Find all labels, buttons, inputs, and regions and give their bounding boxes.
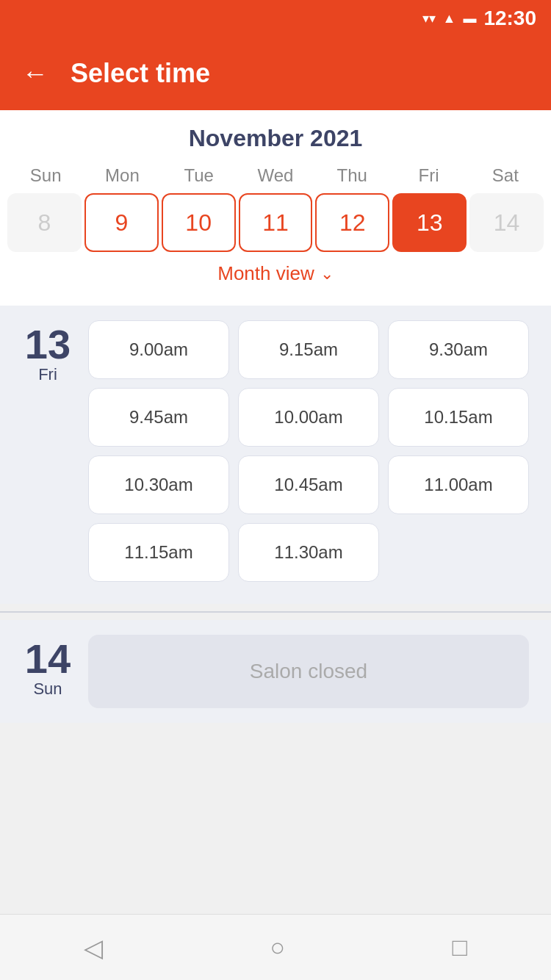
signal-icon: ▲	[443, 11, 456, 26]
salon-closed-block: 14 Sun Salon closed	[0, 620, 551, 723]
status-bar: ▾▾ ▲ ▬ 12:30	[0, 0, 551, 37]
day-headers-row: Sun Mon Tue Wed Thu Fri Sat	[0, 165, 551, 186]
day-name-14: Sun	[22, 680, 73, 699]
battery-icon: ▬	[463, 11, 476, 26]
day-header-thu: Thu	[314, 165, 390, 186]
date-cell-14[interactable]: 14	[469, 193, 544, 252]
wifi-icon: ▾▾	[422, 10, 436, 26]
time-slot-1030[interactable]: 10.30am	[88, 455, 229, 514]
nav-home-icon[interactable]: ○	[270, 933, 285, 962]
month-view-toggle[interactable]: Month view ⌄	[0, 252, 551, 298]
date-cell-11[interactable]: 11	[239, 193, 313, 252]
bottom-nav: ◁ ○ □	[0, 914, 551, 980]
nav-back-icon[interactable]: ◁	[84, 933, 103, 962]
page-title: Select time	[71, 58, 210, 89]
day-block-13: 13 Fri 9.00am 9.15am 9.30am 9.45am 10.00…	[22, 320, 529, 582]
day-number-14: 14	[22, 638, 73, 680]
time-slot-1130[interactable]: 11.30am	[238, 523, 379, 582]
day-header-fri: Fri	[390, 165, 467, 186]
time-slot-1015[interactable]: 10.15am	[388, 388, 529, 447]
day-header-sun: Sun	[7, 165, 84, 186]
time-slot-1100[interactable]: 11.00am	[388, 455, 529, 514]
day-header-wed: Wed	[237, 165, 314, 186]
date-cell-12[interactable]: 12	[315, 193, 389, 252]
calendar-section: November 2021 Sun Mon Tue Wed Thu Fri Sa…	[0, 110, 551, 306]
day-label-14: 14 Sun	[22, 635, 73, 699]
time-slot-915[interactable]: 9.15am	[238, 320, 379, 379]
time-slot-930[interactable]: 9.30am	[388, 320, 529, 379]
day-label-13: 13 Fri	[22, 320, 73, 384]
salon-closed-message: Salon closed	[88, 635, 529, 708]
time-slot-1000[interactable]: 10.00am	[238, 388, 379, 447]
date-cell-13[interactable]: 13	[392, 193, 467, 252]
timeslots-section: 13 Fri 9.00am 9.15am 9.30am 9.45am 10.00…	[0, 306, 551, 604]
date-cell-10[interactable]: 10	[162, 193, 236, 252]
time-slot-1045[interactable]: 10.45am	[238, 455, 379, 514]
day-header-mon: Mon	[84, 165, 160, 186]
day-header-tue: Tue	[161, 165, 237, 186]
chevron-down-icon: ⌄	[320, 264, 334, 284]
date-row: 8 9 10 11 12 13 14	[0, 193, 551, 252]
date-cell-8[interactable]: 8	[7, 193, 82, 252]
section-divider	[0, 611, 551, 613]
time-grid-13: 9.00am 9.15am 9.30am 9.45am 10.00am 10.1…	[88, 320, 529, 582]
day-name-13: Fri	[22, 365, 73, 384]
top-bar: ← Select time	[0, 37, 551, 110]
day-header-sat: Sat	[467, 165, 544, 186]
nav-recent-icon[interactable]: □	[453, 933, 468, 962]
month-year-label: November 2021	[0, 125, 551, 152]
back-button[interactable]: ←	[22, 58, 48, 89]
time-slot-945[interactable]: 9.45am	[88, 388, 229, 447]
month-view-label: Month view	[217, 262, 314, 285]
day-number-13: 13	[22, 324, 73, 365]
date-cell-9[interactable]: 9	[84, 193, 159, 252]
status-time: 12:30	[483, 7, 536, 30]
time-slot-900[interactable]: 9.00am	[88, 320, 229, 379]
time-slot-1115[interactable]: 11.15am	[88, 523, 229, 582]
